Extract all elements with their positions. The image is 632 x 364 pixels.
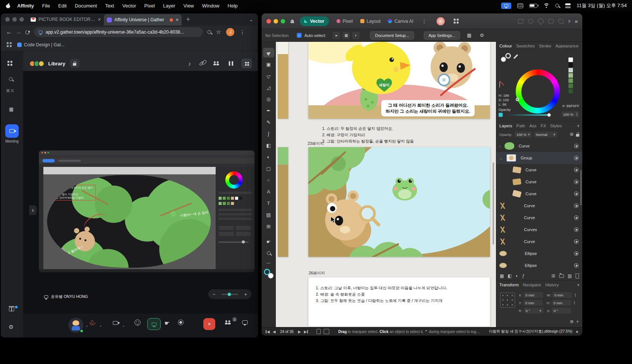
layer-row[interactable]: Ellipse — [496, 259, 582, 271]
layer-opacity-dropdown[interactable]: 100 %▾ — [515, 131, 532, 137]
menu-view[interactable]: View — [184, 3, 194, 9]
site-capture-icon[interactable] — [38, 31, 43, 34]
fill-selector[interactable] — [501, 57, 506, 62]
layer-row[interactable]: Curves — [496, 224, 582, 236]
menu-pixel[interactable]: Pixel — [144, 3, 155, 9]
browser-menu-icon[interactable]: ⋮ — [240, 29, 245, 35]
lock-button[interactable] — [70, 59, 80, 68]
reload-button[interactable] — [25, 29, 30, 35]
app-menu-title[interactable]: Affinity — [17, 3, 34, 9]
last-page-button[interactable]: ▶ — [304, 330, 308, 334]
camera-button[interactable] — [113, 321, 118, 325]
group-layers-icon[interactable] — [559, 274, 564, 278]
mic-button[interactable] — [91, 320, 93, 324]
hex-value[interactable]: B9F6FF — [567, 104, 579, 108]
profile-avatar[interactable]: J — [226, 28, 234, 36]
tab-appearance[interactable]: Appearance — [555, 44, 579, 48]
window-zoom-button[interactable] — [19, 17, 24, 22]
auto-select-checkbox[interactable]: ✓ — [297, 33, 302, 38]
colour-wheel[interactable] — [516, 69, 560, 113]
shear-field[interactable]: 0 ° — [552, 308, 571, 314]
view-hand-tool[interactable]: ☛ — [263, 237, 274, 246]
toggle-studio-icon[interactable]: » — [575, 18, 578, 24]
page-indicator[interactable]: 24 of 35 — [280, 330, 293, 334]
transform-menu-chevron[interactable]: ▾ — [576, 319, 579, 324]
layer-row[interactable]: Curve — [496, 188, 582, 200]
document-name[interactable]: 다람쥐 탐정 새 친구사건(이지호).afdesign (27.5%) — [489, 329, 572, 334]
menu-file[interactable]: File — [42, 3, 50, 9]
tab-search-chevron[interactable]: ⌄ — [249, 16, 253, 22]
camera-menu-chevron[interactable]: ⌄ — [122, 323, 125, 327]
apple-menu[interactable] — [6, 3, 10, 8]
zoom-slider[interactable] — [222, 294, 238, 295]
add-layer-icon[interactable]: ⊞ — [552, 273, 555, 279]
contour-tool[interactable]: ◎ — [263, 94, 274, 104]
layer-fx-gear-icon[interactable]: ⚙ — [570, 132, 574, 137]
tab-close-icon[interactable]: × — [98, 16, 101, 22]
blend-ranges-icon[interactable]: ▨ — [568, 273, 572, 279]
layer-lock-icon[interactable] — [576, 134, 579, 137]
leave-button[interactable]: × — [203, 318, 215, 330]
tab-navigator[interactable]: Navigator — [523, 283, 541, 287]
node-tool[interactable]: ▷ — [265, 72, 271, 79]
resources-icon[interactable]: ▦ — [9, 106, 13, 112]
single-page-view-icon[interactable] — [317, 329, 321, 334]
video-zoom-control[interactable]: − + — [208, 289, 252, 299]
mask-layer-icon[interactable]: ◧ — [508, 273, 512, 279]
more-tools-icon[interactable]: ••• — [266, 261, 271, 265]
menu-window[interactable]: Window — [202, 3, 219, 9]
fill-colour-well[interactable] — [268, 273, 274, 279]
layer-row[interactable]: Curve — [496, 236, 582, 248]
tab-picture-book-editor[interactable]: PICTURE BOOK EDITOR - tok × — [28, 13, 104, 25]
live-filter-icon[interactable]: ƒ — [522, 273, 525, 279]
window-minimize-button[interactable] — [274, 19, 278, 24]
input-source-icon[interactable] — [517, 3, 523, 8]
guides-grid-icon[interactable]: ▦ — [467, 32, 471, 38]
window-zoom-button[interactable] — [281, 19, 285, 24]
layer-row[interactable]: Ellipse — [496, 248, 582, 259]
account-avatar[interactable] — [437, 17, 445, 25]
visibility-toggle[interactable] — [574, 227, 579, 232]
brush-tool[interactable]: ∫ — [263, 129, 274, 139]
disabled-arrange-icon[interactable] — [548, 19, 554, 24]
ellipse-tool[interactable]: ○ — [263, 175, 274, 185]
new-tab-button[interactable]: + — [186, 16, 190, 24]
settings-gear-icon[interactable]: ⚙ — [9, 324, 13, 330]
menu-layer[interactable]: Layer — [163, 3, 175, 9]
window-minimize-button[interactable] — [12, 17, 17, 22]
hue-selector-dot[interactable] — [516, 98, 519, 101]
hand-raise-button[interactable]: ☛ — [164, 320, 170, 327]
menu-vector[interactable]: Vector — [122, 3, 136, 9]
disabled-arrange-icon[interactable] — [518, 19, 523, 24]
gift-icon[interactable] — [9, 307, 14, 311]
window-close-button[interactable] — [266, 19, 271, 24]
window-close-button[interactable] — [5, 17, 10, 22]
tab-swatches[interactable]: Swatches — [516, 44, 535, 48]
tab-path[interactable]: Path — [517, 124, 525, 128]
zoom-in-icon[interactable]: + — [244, 292, 247, 297]
persona-canva-ai[interactable]: Canva AI — [388, 19, 413, 24]
back-button[interactable]: ← — [6, 28, 12, 36]
visibility-toggle[interactable] — [574, 156, 579, 160]
tone-selector-dot[interactable] — [539, 84, 542, 88]
persona-layout[interactable]: Layout — [360, 19, 381, 24]
studio-grid-icon[interactable] — [454, 19, 456, 21]
tab-assets[interactable]: Ass — [529, 124, 536, 128]
layer-row[interactable]: ⌄Group — [496, 152, 582, 164]
delete-layer-icon[interactable] — [576, 275, 579, 279]
quick-swatches[interactable] — [568, 57, 573, 93]
corner-tool[interactable]: ◿ — [263, 83, 274, 92]
tab-styles[interactable]: Styles — [550, 124, 562, 128]
screen-recording-indicator[interactable] — [501, 3, 511, 9]
menubar-clock[interactable]: 11월 3일 (월) 오후 7:54 — [577, 2, 627, 9]
panel-menu-chevron[interactable]: ▾ — [577, 283, 579, 287]
crop-tool[interactable]: ⊞ — [263, 221, 274, 231]
app-settings-button[interactable]: App Settings... — [424, 31, 460, 40]
canvas-viewport[interactable]: 새랑이 그 때 어디선가 희미한 소리가 들려왔어요. 하지만 그 소리는 새랑… — [276, 42, 496, 327]
persona-overflow-icon[interactable]: ⋮ — [422, 18, 427, 24]
eyedropper-icon[interactable] — [513, 54, 518, 59]
fill-tool[interactable]: ◧ — [263, 140, 274, 150]
edit-all-layers-icon[interactable]: ▦ — [500, 273, 504, 279]
battery-icon[interactable] — [529, 4, 537, 8]
transform-link-icon[interactable]: ⊞ — [570, 319, 573, 324]
